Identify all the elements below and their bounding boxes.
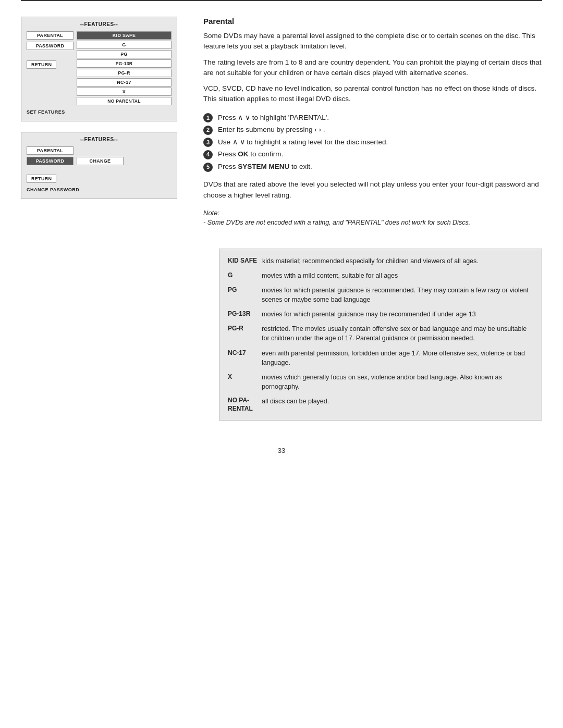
page-number: 33 [0, 441, 563, 465]
menu-item-password-2[interactable]: PASSWORD [27, 157, 74, 165]
menu-item-change[interactable]: CHANGE [77, 157, 124, 165]
note-label: Note: [203, 209, 542, 217]
menu-item-pgr[interactable]: PG-R [77, 69, 172, 77]
step-3-text: Use ∧ ∨ to highlight a rating level for … [218, 137, 388, 148]
step-1-num: 1 [203, 113, 213, 122]
step-5-num: 5 [203, 163, 213, 172]
rating-label-pg: PG [228, 286, 256, 304]
steps-list: 1 Press ∧ ∨ to highlight 'PARENTAL'. 2 E… [203, 112, 542, 172]
step-2-num: 2 [203, 126, 213, 135]
feature-box2-row1: PARENTAL [27, 146, 172, 155]
note-section: Note: - Some DVDs are not encoded with a… [203, 209, 542, 228]
step-5: 5 Press SYSTEM MENU to exit. [203, 161, 542, 172]
menu-item-nc17[interactable]: NC-17 [77, 78, 172, 87]
menu-item-no-parental[interactable]: NO PARENTAL [77, 97, 172, 105]
rating-row-pg: PG movies for which parental guidance is… [228, 286, 533, 304]
left-column: --FEATURES-- PARENTAL PASSWORD RETURN KI… [21, 17, 188, 228]
menu-item-pg13r[interactable]: PG-13R [77, 59, 172, 68]
rating-label-kidsafe: KID SAFE [228, 256, 257, 266]
rating-desc-nc17: even with parental permission, forbidden… [262, 349, 533, 367]
step-4: 4 Press OK to confirm. [203, 149, 542, 160]
para1: Some DVDs may have a parental level assi… [203, 31, 542, 52]
para2: The rating levels are from 1 to 8 and ar… [203, 57, 542, 79]
menu-item-parental[interactable]: PARENTAL [27, 31, 74, 40]
feature-col-left: PARENTAL PASSWORD RETURN [27, 31, 74, 105]
step-1: 1 Press ∧ ∨ to highlight 'PARENTAL'. [203, 112, 542, 124]
page-layout: --FEATURES-- PARENTAL PASSWORD RETURN KI… [0, 1, 563, 249]
menu-item-g[interactable]: G [77, 41, 172, 49]
rating-label-noparental: NO PA-RENTAL [228, 397, 256, 413]
step-2: 2 Enter its submenu by pressing ‹ › . [203, 124, 542, 135]
rating-row-g: G movies with a mild content, suitable f… [228, 271, 533, 280]
feature-box-1-title: --FEATURES-- [27, 21, 172, 27]
rating-desc-pg13r: movies for which parental guidance may b… [262, 310, 533, 319]
rating-row-noparental: NO PA-RENTAL all discs can be played. [228, 397, 533, 413]
note-text: - Some DVDs are not encoded with a ratin… [203, 218, 542, 228]
rating-label-g: G [228, 271, 256, 280]
rating-label-pgr: PG-R [228, 324, 256, 343]
step-3-num: 3 [203, 138, 213, 147]
para-below-steps: DVDs that are rated above the level you … [203, 179, 542, 201]
step-2-text: Enter its submenu by pressing ‹ › . [218, 124, 325, 135]
feature-box-2-inner: PARENTAL PASSWORD CHANGE RETURN [27, 146, 172, 183]
para3: VCD, SVCD, CD have no level indication, … [203, 83, 542, 105]
menu-item-pg[interactable]: PG [77, 50, 172, 58]
rating-desc-pgr: restricted. The movies usually contain o… [262, 324, 533, 343]
rating-desc-x: movies which generally focus on sex, vio… [262, 373, 533, 391]
right-column: Parental Some DVDs may have a parental l… [203, 17, 542, 228]
rating-label-x: X [228, 373, 256, 391]
feature-box-1-inner: PARENTAL PASSWORD RETURN KID SAFE G PG P… [27, 31, 172, 105]
rating-desc-g: movies with a mild content, suitable for… [262, 271, 533, 280]
rating-desc-kidsafe: kids material; recommended especially fo… [262, 256, 533, 266]
step-3: 3 Use ∧ ∨ to highlight a rating level fo… [203, 137, 542, 148]
ratings-table: KID SAFE kids material; recommended espe… [219, 249, 542, 421]
step-4-num: 4 [203, 150, 213, 159]
section-title: Parental [203, 17, 542, 26]
rating-row-kidsafe: KID SAFE kids material; recommended espe… [228, 256, 533, 266]
step-1-text: Press ∧ ∨ to highlight 'PARENTAL'. [218, 112, 329, 124]
step-5-text: Press SYSTEM MENU to exit. [218, 161, 312, 172]
bottom-section: KID SAFE kids material; recommended espe… [0, 249, 563, 442]
rating-desc-noparental: all discs can be played. [262, 397, 533, 413]
rating-label-nc17: NC-17 [228, 349, 256, 367]
menu-item-return[interactable]: RETURN [27, 60, 56, 69]
menu-item-password[interactable]: PASSWORD [27, 42, 74, 50]
feature-box2-return-row: RETURN [27, 171, 172, 183]
rating-row-pgr: PG-R restricted. The movies usually cont… [228, 324, 533, 343]
rating-row-nc17: NC-17 even with parental permission, for… [228, 349, 533, 367]
menu-item-kid-safe[interactable]: KID SAFE [77, 31, 172, 40]
step-4-text: Press OK to confirm. [218, 149, 283, 160]
menu-item-return-2[interactable]: RETURN [27, 175, 56, 183]
menu-item-parental-2[interactable]: PARENTAL [27, 146, 74, 155]
menu-item-x[interactable]: X [77, 88, 172, 96]
feature-box-2-title: --FEATURES-- [27, 137, 172, 142]
feature-col-right: KID SAFE G PG PG-13R PG-R NC-17 X NO PAR… [77, 31, 172, 105]
feature-box-2-footer: CHANGE PASSWORD [27, 187, 172, 192]
rating-desc-pg: movies for which parental guidance is re… [262, 286, 533, 304]
rating-row-x: X movies which generally focus on sex, v… [228, 373, 533, 391]
rating-row-pg13r: PG-13R movies for which parental guidanc… [228, 310, 533, 319]
feature-box2-row2: PASSWORD CHANGE [27, 157, 172, 165]
rating-label-pg13r: PG-13R [228, 310, 256, 319]
feature-box-1: --FEATURES-- PARENTAL PASSWORD RETURN KI… [21, 17, 177, 121]
feature-box-2: --FEATURES-- PARENTAL PASSWORD CHANGE RE… [21, 132, 177, 199]
feature-box-1-footer: SET FEATURES [27, 109, 172, 115]
